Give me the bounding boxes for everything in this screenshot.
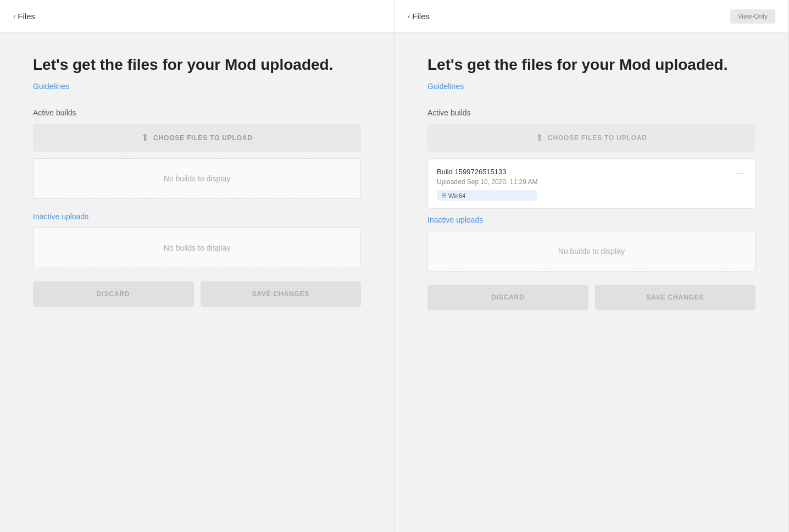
right-panel: ‹ Files View-Only Let's get the files fo… <box>394 0 789 532</box>
left-active-builds-label: Active builds <box>33 108 361 117</box>
build-tag-label: Win64 <box>448 192 465 199</box>
left-save-button[interactable]: SAVE CHANGES <box>201 281 362 307</box>
right-discard-button[interactable]: DISCARD <box>427 285 588 310</box>
right-guidelines-link[interactable]: Guidelines <box>427 82 464 91</box>
right-content: Let's get the files for your Mod uploade… <box>394 33 788 532</box>
right-action-buttons: DISCARD SAVE CHANGES <box>427 285 755 310</box>
left-panel: ‹ Files Let's get the files for your Mod… <box>0 0 394 532</box>
right-upload-button[interactable]: ⬆ CHOOSE FILES TO UPLOAD <box>427 124 755 152</box>
left-back-label: Files <box>18 12 35 21</box>
right-header: ‹ Files View-Only <box>394 0 788 33</box>
left-active-empty-box: No builds to display <box>33 158 361 199</box>
right-inactive-label: Inactive uploads <box>427 215 755 224</box>
view-only-badge: View-Only <box>730 9 775 24</box>
left-upload-icon: ⬆ <box>141 132 149 143</box>
right-back-link[interactable]: ‹ Files <box>408 12 430 21</box>
left-active-empty-label: No builds to display <box>164 174 230 183</box>
right-back-label: Files <box>412 12 430 21</box>
right-upload-icon: ⬆ <box>536 132 543 143</box>
build-card: Build 1599726515133 Uploaded Sep 10, 202… <box>427 158 755 209</box>
right-inactive-empty-label: No builds to display <box>558 247 625 256</box>
left-inactive-empty-label: No builds to display <box>164 243 230 252</box>
left-back-arrow: ‹ <box>13 12 15 20</box>
build-info: Build 1599726515133 Uploaded Sep 10, 202… <box>437 168 537 201</box>
left-upload-label: CHOOSE FILES TO UPLOAD <box>153 134 253 142</box>
left-inactive-label: Inactive uploads <box>33 212 361 221</box>
left-content: Let's get the files for your Mod uploade… <box>0 33 394 532</box>
right-active-builds-label: Active builds <box>427 108 755 117</box>
right-back-arrow: ‹ <box>408 12 410 20</box>
left-header: ‹ Files <box>0 0 394 33</box>
left-inactive-section: Inactive uploads No builds to display <box>33 212 361 268</box>
build-more-button[interactable]: ··· <box>734 168 746 179</box>
left-discard-button[interactable]: DISCARD <box>33 281 194 307</box>
left-upload-button[interactable]: ⬆ CHOOSE FILES TO UPLOAD <box>33 124 361 152</box>
build-name: Build 1599726515133 <box>437 168 537 176</box>
build-tag: ⊞ Win64 <box>437 190 537 201</box>
left-guidelines-link[interactable]: Guidelines <box>33 82 69 91</box>
build-date: Uploaded Sep 10, 2020, 11:29 AM <box>437 178 537 186</box>
right-page-title: Let's get the files for your Mod uploade… <box>427 55 755 75</box>
left-page-title: Let's get the files for your Mod uploade… <box>33 55 361 75</box>
windows-icon: ⊞ <box>441 192 446 199</box>
left-action-buttons: DISCARD SAVE CHANGES <box>33 281 361 307</box>
right-inactive-empty-box: No builds to display <box>427 231 755 271</box>
right-save-button[interactable]: SAVE CHANGES <box>595 285 756 310</box>
left-inactive-empty-box: No builds to display <box>33 228 361 268</box>
right-inactive-section: Inactive uploads No builds to display <box>427 215 755 271</box>
right-upload-label: CHOOSE FILES TO UPLOAD <box>548 134 647 142</box>
left-back-link[interactable]: ‹ Files <box>13 12 35 21</box>
